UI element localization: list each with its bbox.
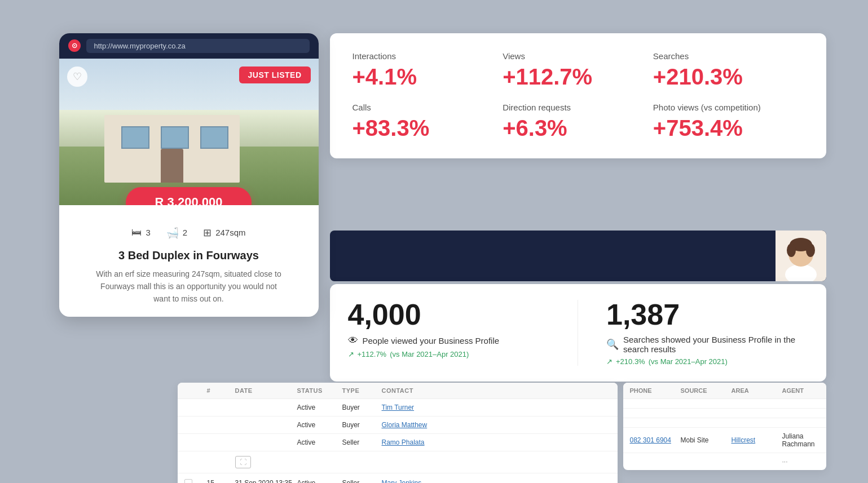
- row15-checkbox[interactable]: [184, 479, 207, 484]
- table-row-img: ⛶: [178, 451, 618, 473]
- row15-contact[interactable]: Mary Jenkins: [382, 479, 438, 484]
- col-id: #: [207, 387, 235, 394]
- calls-label: Calls: [353, 103, 492, 112]
- stats-grid: Interactions +4.1% Views +112.7% Searche…: [353, 51, 804, 140]
- right-source: Mobi Site: [681, 436, 732, 444]
- profile-searches-stat: 1,387 🔍 Searches showed your Business Pr…: [606, 300, 808, 366]
- col-status: STATUS: [297, 387, 342, 394]
- col-type: TYPE: [342, 387, 382, 394]
- searches-change-value: +210.3%: [616, 357, 645, 366]
- calls-value: +83.3%: [353, 116, 492, 140]
- searches-value: +210.3%: [653, 64, 792, 89]
- profile-views-count: 4,000: [348, 300, 550, 329]
- stats-card: Interactions +4.1% Views +112.7% Searche…: [330, 33, 826, 158]
- row-partial3-type: Seller: [342, 438, 382, 446]
- views-label: Views: [503, 51, 642, 61]
- profile-searches-label: Searches showed your Business Profile in…: [623, 335, 808, 354]
- table-right-row-3: [623, 418, 826, 428]
- bath-icon: 🛁: [166, 227, 179, 239]
- profile-divider: [578, 300, 578, 366]
- table-row-partial-2: Active Buyer Gloria Matthew: [178, 416, 618, 434]
- eye-icon: 👁: [348, 335, 358, 347]
- table-row-15: 15 31 Sep 2020 13:35 Active Seller Mary …: [178, 473, 618, 484]
- table-row-partial-1: Active Buyer Tim Turner: [178, 399, 618, 416]
- property-image: ♡ JUST LISTED R 3,200,000: [59, 59, 319, 205]
- table-right: PHONE SOURCE AREA AGENT 082 301 6904 Mob…: [623, 383, 826, 470]
- row-partial-contact[interactable]: Tim Turner: [382, 404, 438, 411]
- property-card: ⊙ http://www.myproperty.co.za ♡ JUST LIS…: [59, 33, 319, 317]
- col-date: DATE: [235, 387, 297, 394]
- size-value: 247sqm: [215, 228, 245, 237]
- table-right-row-main: 082 301 6904 Mobi Site Hillcrest Juliana…: [623, 428, 826, 453]
- bedrooms-count: 3: [146, 228, 150, 237]
- svg-point-5: [806, 243, 815, 257]
- size-feature: ⊞ 247sqm: [203, 227, 245, 239]
- row-partial-type: Buyer: [342, 404, 382, 411]
- interactions-stat: Interactions +4.1%: [353, 51, 503, 89]
- table-right-header: PHONE SOURCE AREA AGENT: [623, 383, 826, 399]
- svg-point-4: [787, 243, 796, 257]
- size-icon: ⊞: [203, 227, 212, 239]
- calls-stat: Calls +83.3%: [353, 103, 503, 140]
- avatar-image: [776, 231, 826, 281]
- col-contact: CONTACT: [382, 387, 438, 394]
- row-partial3-contact[interactable]: Ramo Phalata: [382, 438, 438, 446]
- interactions-label: Interactions: [353, 51, 492, 61]
- dark-banner: [330, 231, 826, 281]
- views-change-value: +112.7%: [358, 350, 387, 358]
- col-checkbox: [184, 387, 207, 394]
- bathrooms-feature: 🛁 2: [166, 227, 187, 239]
- interactions-value: +4.1%: [353, 64, 492, 89]
- table-right-row-1: [623, 399, 826, 409]
- property-description: With an erf size measuring 247sqm, situa…: [93, 268, 285, 305]
- col-phone: PHONE: [630, 387, 681, 394]
- row-partial-status: Active: [297, 404, 342, 411]
- price-pill: R 3,200,000: [126, 187, 252, 205]
- trend-up-icon-2: ↗: [606, 357, 613, 366]
- profile-views-change: ↗ +112.7% (vs Mar 2021–Apr 2021): [348, 350, 550, 358]
- profile-searches-count: 1,387: [606, 300, 808, 329]
- table-right-row-2: [623, 409, 826, 418]
- profile-card: 4,000 👁 People viewed your Business Prof…: [330, 284, 826, 382]
- direction-label: Direction requests: [503, 103, 642, 112]
- table-card: # DATE STATUS TYPE CONTACT Active Buyer …: [178, 383, 618, 484]
- searches-stat: Searches +210.3%: [653, 51, 804, 89]
- profile-searches-row: 🔍 Searches showed your Business Profile …: [606, 335, 808, 354]
- table-row-partial-3: Active Seller Ramo Phalata: [178, 434, 618, 451]
- profile-searches-change: ↗ +210.3% (vs Mar 2021–Apr 2021): [606, 357, 808, 366]
- browser-bar: ⊙ http://www.myproperty.co.za: [59, 33, 319, 59]
- col-area: AREA: [732, 387, 782, 394]
- search-icon: 🔍: [606, 338, 619, 351]
- col-agent: AGENT: [782, 387, 826, 394]
- row15-date: 31 Sep 2020 13:35: [235, 479, 297, 484]
- bedrooms-feature: 🛏 3: [131, 227, 150, 239]
- right-area[interactable]: Hillcrest: [732, 436, 782, 444]
- searches-label: Searches: [653, 51, 792, 61]
- profile-views-label: People viewed your Business Profile: [363, 336, 500, 345]
- photo-label: Photo views (vs competition): [653, 103, 792, 112]
- bed-icon: 🛏: [131, 227, 142, 238]
- just-listed-badge: JUST LISTED: [239, 67, 311, 83]
- row-partial2-contact[interactable]: Gloria Matthew: [382, 421, 438, 429]
- table-header: # DATE STATUS TYPE CONTACT: [178, 383, 618, 399]
- row15-type: Seller: [342, 479, 382, 484]
- table-right-row-dots: ···: [623, 453, 826, 470]
- property-details: 🛏 3 🛁 2 ⊞ 247sqm 3 Bed Duplex in Fourway…: [59, 205, 319, 317]
- favorite-button[interactable]: ♡: [67, 67, 87, 87]
- property-features: 🛏 3 🛁 2 ⊞ 247sqm: [71, 227, 307, 239]
- bathrooms-count: 2: [183, 228, 187, 237]
- more-options-button[interactable]: ···: [782, 458, 826, 466]
- property-title: 3 Bed Duplex in Fourways: [71, 249, 307, 262]
- main-scene: ⊙ http://www.myproperty.co.za ♡ JUST LIS…: [42, 22, 826, 462]
- col-source: SOURCE: [681, 387, 732, 394]
- views-change-period: (vs Mar 2021–Apr 2021): [390, 350, 469, 358]
- right-agent: Juliana Rachmann: [782, 432, 826, 448]
- row15-id: 15: [207, 479, 235, 484]
- browser-url: http://www.myproperty.co.za: [86, 39, 310, 53]
- direction-value: +6.3%: [503, 116, 642, 140]
- house-illustration: [93, 92, 251, 183]
- row-partial2-status: Active: [297, 421, 342, 429]
- agent-avatar: [776, 231, 826, 281]
- row-partial2-type: Buyer: [342, 421, 382, 429]
- right-phone[interactable]: 082 301 6904: [630, 436, 681, 444]
